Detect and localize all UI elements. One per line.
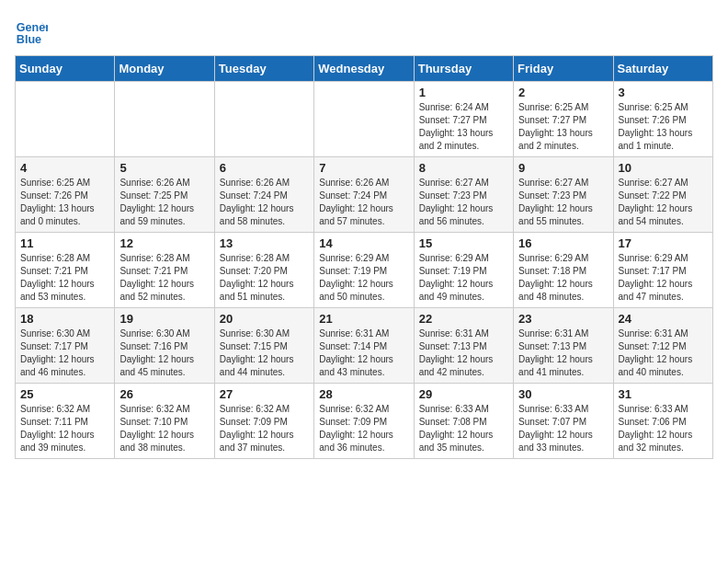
day-info: Sunrise: 6:31 AM Sunset: 7:12 PM Dayligh… [619,327,708,379]
calendar-week-5: 25Sunrise: 6:32 AM Sunset: 7:11 PM Dayli… [16,384,713,459]
day-number: 26 [119,387,209,401]
calendar-cell: 25Sunrise: 6:32 AM Sunset: 7:11 PM Dayli… [16,384,115,459]
day-number: 20 [220,312,309,326]
day-info: Sunrise: 6:33 AM Sunset: 7:07 PM Dayligh… [518,403,608,454]
day-number: 29 [419,387,508,401]
day-info: Sunrise: 6:29 AM Sunset: 7:19 PM Dayligh… [419,252,508,304]
calendar-cell [16,82,115,157]
calendar-cell: 30Sunrise: 6:33 AM Sunset: 7:07 PM Dayli… [514,384,613,459]
day-number: 13 [220,236,309,250]
day-number: 24 [619,312,708,326]
calendar-cell: 8Sunrise: 6:27 AM Sunset: 7:23 PM Daylig… [414,157,513,233]
day-info: Sunrise: 6:28 AM Sunset: 7:20 PM Dayligh… [220,252,309,304]
day-info: Sunrise: 6:28 AM Sunset: 7:21 PM Dayligh… [20,252,109,304]
header-sunday: Sunday [16,56,115,82]
logo-icon: General Blue [15,15,48,48]
calendar-cell: 11Sunrise: 6:28 AM Sunset: 7:21 PM Dayli… [16,233,115,308]
header-saturday: Saturday [613,56,712,82]
calendar-week-4: 18Sunrise: 6:30 AM Sunset: 7:17 PM Dayli… [16,308,713,384]
day-info: Sunrise: 6:31 AM Sunset: 7:13 PM Dayligh… [518,327,608,379]
calendar-cell: 1Sunrise: 6:24 AM Sunset: 7:27 PM Daylig… [414,82,513,157]
day-number: 2 [518,86,608,99]
day-info: Sunrise: 6:30 AM Sunset: 7:17 PM Dayligh… [20,327,109,379]
calendar-cell: 29Sunrise: 6:33 AM Sunset: 7:08 PM Dayli… [414,384,513,459]
day-number: 5 [119,161,209,175]
calendar-cell: 6Sunrise: 6:26 AM Sunset: 7:24 PM Daylig… [214,157,313,233]
day-info: Sunrise: 6:28 AM Sunset: 7:21 PM Dayligh… [119,252,209,304]
calendar-week-2: 4Sunrise: 6:25 AM Sunset: 7:26 PM Daylig… [16,157,713,233]
calendar-cell: 19Sunrise: 6:30 AM Sunset: 7:16 PM Dayli… [115,308,214,384]
header-friday: Friday [514,56,613,82]
calendar-cell: 12Sunrise: 6:28 AM Sunset: 7:21 PM Dayli… [115,233,214,308]
calendar-cell: 3Sunrise: 6:25 AM Sunset: 7:26 PM Daylig… [613,82,712,157]
day-number: 4 [20,161,109,175]
day-info: Sunrise: 6:32 AM Sunset: 7:11 PM Dayligh… [20,403,109,454]
day-info: Sunrise: 6:27 AM Sunset: 7:23 PM Dayligh… [518,177,608,228]
day-number: 14 [319,236,408,250]
header-tuesday: Tuesday [214,56,313,82]
day-info: Sunrise: 6:29 AM Sunset: 7:17 PM Dayligh… [619,252,708,304]
day-info: Sunrise: 6:25 AM Sunset: 7:26 PM Dayligh… [619,101,708,153]
day-number: 11 [20,236,109,250]
calendar-cell: 13Sunrise: 6:28 AM Sunset: 7:20 PM Dayli… [214,233,313,308]
day-info: Sunrise: 6:24 AM Sunset: 7:27 PM Dayligh… [419,101,508,153]
day-info: Sunrise: 6:26 AM Sunset: 7:25 PM Dayligh… [119,177,209,228]
day-number: 3 [619,86,708,99]
calendar-week-3: 11Sunrise: 6:28 AM Sunset: 7:21 PM Dayli… [16,233,713,308]
day-number: 23 [518,312,608,326]
day-number: 1 [419,86,508,99]
day-number: 19 [119,312,209,326]
day-number: 8 [419,161,508,175]
calendar-cell: 14Sunrise: 6:29 AM Sunset: 7:19 PM Dayli… [314,233,414,308]
day-number: 25 [20,387,109,401]
day-info: Sunrise: 6:29 AM Sunset: 7:19 PM Dayligh… [319,252,408,304]
calendar-cell: 18Sunrise: 6:30 AM Sunset: 7:17 PM Dayli… [16,308,115,384]
day-info: Sunrise: 6:30 AM Sunset: 7:15 PM Dayligh… [220,327,309,379]
day-info: Sunrise: 6:26 AM Sunset: 7:24 PM Dayligh… [220,177,309,228]
calendar-week-1: 1Sunrise: 6:24 AM Sunset: 7:27 PM Daylig… [16,82,713,157]
header-thursday: Thursday [414,56,513,82]
calendar-cell: 9Sunrise: 6:27 AM Sunset: 7:23 PM Daylig… [514,157,613,233]
day-info: Sunrise: 6:31 AM Sunset: 7:14 PM Dayligh… [319,327,408,379]
calendar-cell: 28Sunrise: 6:32 AM Sunset: 7:09 PM Dayli… [314,384,414,459]
calendar-cell: 15Sunrise: 6:29 AM Sunset: 7:19 PM Dayli… [414,233,513,308]
day-info: Sunrise: 6:32 AM Sunset: 7:09 PM Dayligh… [220,403,309,454]
svg-text:Blue: Blue [17,33,41,46]
calendar-cell [214,82,313,157]
day-number: 22 [419,312,508,326]
calendar-cell: 26Sunrise: 6:32 AM Sunset: 7:10 PM Dayli… [115,384,214,459]
day-info: Sunrise: 6:30 AM Sunset: 7:16 PM Dayligh… [119,327,209,379]
day-number: 9 [518,161,608,175]
day-info: Sunrise: 6:32 AM Sunset: 7:10 PM Dayligh… [119,403,209,454]
calendar-cell: 20Sunrise: 6:30 AM Sunset: 7:15 PM Dayli… [214,308,313,384]
day-number: 31 [619,387,708,401]
page-header: General Blue [15,15,713,48]
header-wednesday: Wednesday [314,56,414,82]
calendar-cell: 10Sunrise: 6:27 AM Sunset: 7:22 PM Dayli… [613,157,712,233]
day-info: Sunrise: 6:31 AM Sunset: 7:13 PM Dayligh… [419,327,508,379]
day-info: Sunrise: 6:25 AM Sunset: 7:26 PM Dayligh… [20,177,109,228]
calendar-cell: 5Sunrise: 6:26 AM Sunset: 7:25 PM Daylig… [115,157,214,233]
day-number: 15 [419,236,508,250]
day-number: 16 [518,236,608,250]
day-info: Sunrise: 6:27 AM Sunset: 7:22 PM Dayligh… [619,177,708,228]
day-info: Sunrise: 6:33 AM Sunset: 7:06 PM Dayligh… [619,403,708,454]
day-number: 30 [518,387,608,401]
calendar-cell: 2Sunrise: 6:25 AM Sunset: 7:27 PM Daylig… [514,82,613,157]
day-number: 6 [220,161,309,175]
calendar-cell: 27Sunrise: 6:32 AM Sunset: 7:09 PM Dayli… [214,384,313,459]
calendar-cell: 17Sunrise: 6:29 AM Sunset: 7:17 PM Dayli… [613,233,712,308]
day-number: 7 [319,161,408,175]
calendar-cell: 21Sunrise: 6:31 AM Sunset: 7:14 PM Dayli… [314,308,414,384]
day-info: Sunrise: 6:25 AM Sunset: 7:27 PM Dayligh… [518,101,608,153]
calendar-cell: 22Sunrise: 6:31 AM Sunset: 7:13 PM Dayli… [414,308,513,384]
day-info: Sunrise: 6:32 AM Sunset: 7:09 PM Dayligh… [319,403,408,454]
day-number: 27 [220,387,309,401]
day-info: Sunrise: 6:26 AM Sunset: 7:24 PM Dayligh… [319,177,408,228]
day-number: 12 [119,236,209,250]
calendar-cell: 7Sunrise: 6:26 AM Sunset: 7:24 PM Daylig… [314,157,414,233]
day-info: Sunrise: 6:29 AM Sunset: 7:18 PM Dayligh… [518,252,608,304]
calendar-cell [314,82,414,157]
calendar-cell: 23Sunrise: 6:31 AM Sunset: 7:13 PM Dayli… [514,308,613,384]
day-number: 21 [319,312,408,326]
